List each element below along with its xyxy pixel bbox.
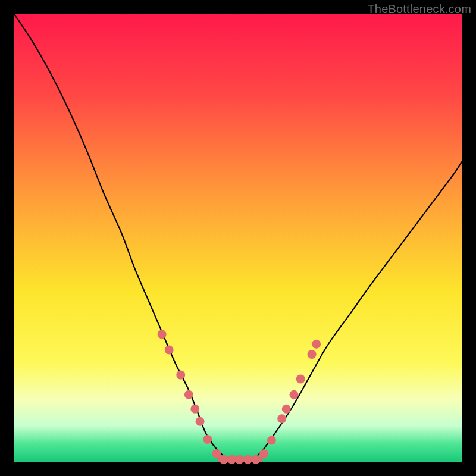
data-dot xyxy=(296,374,305,383)
bottleneck-curve-path xyxy=(14,14,462,463)
data-dot xyxy=(227,455,236,464)
dots-layer xyxy=(158,330,321,464)
curve-layer xyxy=(14,14,462,463)
data-dot xyxy=(165,346,174,355)
data-dot xyxy=(158,330,167,339)
data-dot xyxy=(308,350,317,359)
chart-frame: TheBottleneck.com xyxy=(0,0,476,476)
data-dot xyxy=(312,340,321,349)
data-dot xyxy=(219,455,228,464)
data-dot xyxy=(252,455,261,464)
data-dot xyxy=(235,455,244,464)
data-dot xyxy=(212,449,221,458)
chart-svg xyxy=(14,14,462,462)
data-dot xyxy=(196,417,205,426)
data-dot xyxy=(190,405,199,414)
data-dot xyxy=(290,390,299,399)
data-dot xyxy=(267,436,276,444)
data-dot xyxy=(282,405,291,414)
watermark-text: TheBottleneck.com xyxy=(367,2,471,16)
data-dot xyxy=(243,455,252,464)
data-dot xyxy=(176,371,185,380)
data-dot xyxy=(259,449,268,458)
data-dot xyxy=(203,435,212,444)
data-dot xyxy=(277,414,286,423)
plot-area xyxy=(14,14,462,462)
data-dot xyxy=(184,390,193,399)
